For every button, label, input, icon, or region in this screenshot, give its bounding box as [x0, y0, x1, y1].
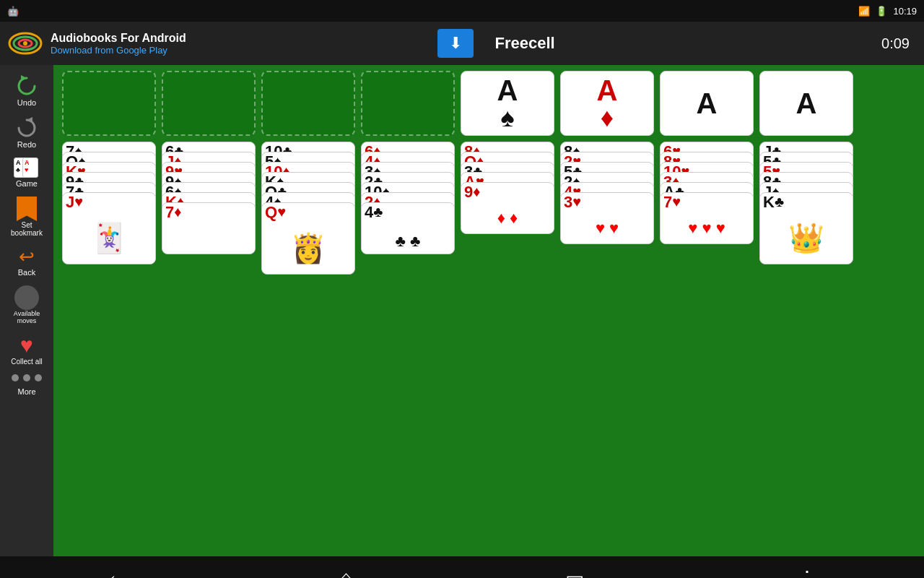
ad-subtitle: Download from Google Play [51, 45, 430, 56]
dot-3 [35, 374, 42, 381]
collect-all-button[interactable]: ♥ Collect all [5, 330, 48, 368]
tableau-row: 7♠ Q♠ K♥ 9♣ 7♣ J♥ 🃏 [59, 142, 918, 275]
game-area: A ♠ A ♦ A A 7♠ [53, 65, 924, 556]
game-label: Game [16, 179, 38, 188]
ad-text[interactable]: Audiobooks For Android Download from Goo… [51, 32, 430, 56]
available-moves-button[interactable]: Available moves [5, 282, 48, 327]
back-label: Back [18, 268, 35, 277]
foundation-row: A ♠ A ♦ A A [59, 71, 918, 136]
back-icon: ↩ [19, 246, 35, 268]
freecell-3[interactable] [261, 71, 355, 136]
tableau-col-2[interactable]: 6♣ J♦ 9♥ 9♠ 6♠ K♦ 7♦ [162, 142, 256, 254]
foundation-spades-suit: ♠ [500, 105, 514, 131]
undo-button[interactable]: Undo [5, 71, 48, 110]
pagination-dots [12, 374, 42, 381]
menu-button[interactable]: ⋮ [783, 561, 832, 579]
redo-button[interactable]: Redo [5, 113, 48, 152]
table-row[interactable]: K♣ 👑 [759, 192, 853, 264]
sidebar: Undo Redo A ♣ A ♥ [0, 65, 53, 556]
redo-icon [14, 116, 39, 140]
battery-icon: 🔋 [876, 6, 887, 17]
foundation-spades-rank: A [497, 76, 518, 105]
clock: 10:19 [893, 6, 917, 17]
collect-icon: ♥ [20, 333, 33, 358]
ad-bar: Audiobooks For Android Download from Goo… [0, 22, 924, 65]
table-row[interactable]: 3♥ ♥ ♥ [560, 192, 654, 244]
download-icon: ⬇ [449, 34, 462, 53]
svg-point-3 [23, 41, 27, 46]
dot-2 [23, 374, 30, 381]
table-row[interactable]: 4♣ ♣ ♣ [361, 202, 455, 254]
tableau-col-5[interactable]: 8♦ Q♦ 3♣ A♥ 9♦ ♦ ♦ [461, 142, 554, 234]
nav-bar: ← ⌂ ▭ ⋮ [0, 556, 924, 578]
tableau-col-6[interactable]: 8♠ 2♥ 5♣ 2♠ 4♥ 3♥ ♥ ♥ [560, 142, 654, 244]
foundation-hearts[interactable]: A [660, 71, 754, 136]
svg-marker-4 [21, 75, 27, 81]
foundation-diamonds-suit: ♦ [601, 105, 614, 131]
tableau-col-3[interactable]: 10♣ 5♠ 10♦ K♠ Q♣ 4♠ Q♥ [261, 142, 355, 275]
game-button[interactable]: A ♣ A ♥ Game [5, 155, 48, 191]
undo-icon [14, 74, 39, 98]
foundation-clubs[interactable]: A [759, 71, 853, 136]
freecell-1[interactable] [62, 71, 156, 136]
home-button[interactable]: ⌂ [326, 561, 367, 578]
table-row[interactable]: J♥ 🃏 [62, 192, 156, 264]
set-bookmark-button[interactable]: Set bookmark [5, 194, 48, 240]
table-row[interactable]: Q♥ 👸 [261, 202, 355, 275]
recent-apps-button[interactable]: ▭ [551, 561, 598, 579]
svg-marker-5 [27, 117, 32, 123]
freecell-2[interactable] [162, 71, 256, 136]
table-row[interactable]: 7♥ ♥ ♥ ♥ [660, 192, 754, 244]
android-icon: 🤖 [7, 6, 19, 17]
tableau-col-7[interactable]: 6♥ 8♥ 10♥ 3♦ A♣ 7♥ ♥ ♥ ♥ [660, 142, 754, 244]
table-row[interactable]: 7♦ [162, 202, 256, 254]
bookmark-icon [17, 197, 37, 221]
more-label: More [17, 387, 35, 396]
status-bar: 🤖 📶 🔋 10:19 [0, 0, 924, 22]
back-nav-button[interactable]: ← [92, 561, 141, 578]
available-moves-icon [14, 285, 39, 310]
game-title: Freecell [495, 34, 875, 53]
game-icon: A ♣ A ♥ [14, 158, 40, 179]
table-row[interactable]: 9♦ ♦ ♦ [461, 182, 554, 234]
ad-download-button[interactable]: ⬇ [437, 29, 474, 58]
collect-label: Collect all [11, 358, 42, 366]
ad-logo-icon [7, 29, 43, 58]
back-button[interactable]: ↩ Back [5, 243, 48, 280]
main-layout: Undo Redo A ♣ A ♥ [0, 65, 924, 556]
foundation-diamonds[interactable]: A ♦ [560, 71, 654, 136]
available-moves-label: Available moves [6, 310, 47, 324]
game-timer: 0:09 [881, 35, 910, 52]
bookmark-label: Set bookmark [6, 221, 47, 237]
redo-label: Redo [17, 140, 36, 149]
dot-1 [12, 374, 19, 381]
foundation-clubs-rank: A [796, 89, 817, 118]
tableau-col-1[interactable]: 7♠ Q♠ K♥ 9♣ 7♣ J♥ 🃏 [62, 142, 156, 264]
foundation-spades[interactable]: A ♠ [461, 71, 554, 136]
foundation-hearts-rank: A [697, 89, 718, 118]
ad-title: Audiobooks For Android [51, 32, 430, 45]
wifi-icon: 📶 [858, 6, 870, 17]
more-button[interactable]: More [5, 384, 48, 399]
tableau-col-8[interactable]: J♣ 5♣ 5♥ 8♣ J♠ K♣ 👑 [759, 142, 853, 264]
freecell-4[interactable] [361, 71, 455, 136]
undo-label: Undo [17, 98, 36, 107]
foundation-diamonds-rank: A [597, 76, 618, 105]
tableau-col-4[interactable]: 6♦ 4♦ 3♠ 2♣ 10♠ 2♦ 4♣ [361, 142, 455, 254]
